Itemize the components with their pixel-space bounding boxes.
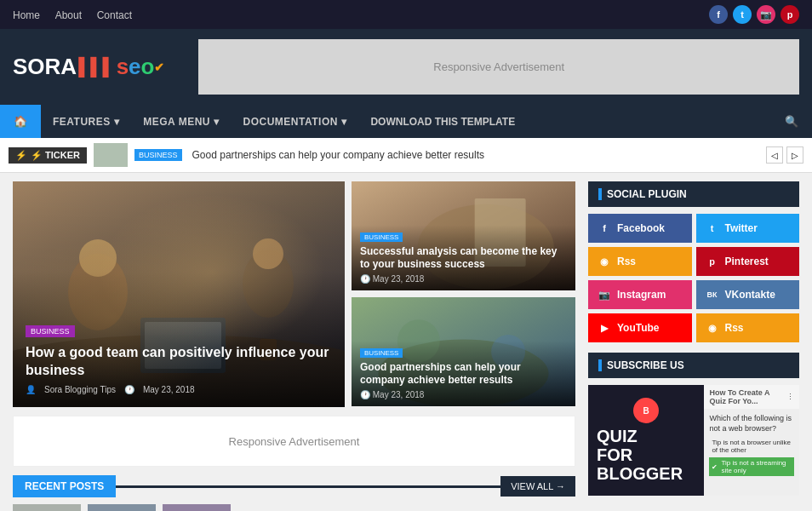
nav-items-list: FEATURES ▾ MEGA MENU ▾ DOCUMENTATION ▾ D… [41,106,771,138]
svg-point-4 [243,250,294,318]
facebook-icon: f [597,221,612,236]
video-big-text: QUIZFORBLOGGER [597,427,695,483]
top-bar: Home About Contact f t 📷 p [0,0,812,29]
rss2-label: Rss [725,322,744,334]
bottom-ad-text: Responsive Advertisement [229,435,360,448]
ticker-thumbnail [94,143,128,167]
recent-thumb-2[interactable] [88,504,156,511]
small-card-1-badge: BUSINESS [360,233,403,242]
header-ad-text: Responsive Advertisement [433,60,564,73]
logo-bars-icon: ▌▌▌ [78,57,115,77]
featured-grid: BUSINESS How a good team can positively … [13,181,575,407]
facebook-social-button[interactable]: f Facebook [588,214,692,243]
pinterest-social-button[interactable]: p Pinterest [696,247,800,276]
checkmark-icon: ✔ [712,463,718,471]
big-card-title: How a good team can positively influence… [26,344,332,380]
nav-home-link[interactable]: Home [13,9,40,21]
ticker-bar: ⚡ ⚡ TICKER BUSINESS Good partnerships ca… [0,138,812,173]
rss2-social-button[interactable]: ◉ Rss [696,313,800,342]
recent-posts-title: RECENT POSTS [13,475,116,497]
big-featured-card[interactable]: BUSINESS How a good team can positively … [13,181,345,407]
rss-label: Rss [617,256,636,267]
rss-icon: ◉ [597,254,612,269]
pinterest-top-icon[interactable]: p [781,5,799,24]
chevron-down-icon: ▾ [341,116,347,128]
small-card-2-title: Good partnerships can help your company … [360,361,567,388]
sidebar: SOCIAL PLUGIN f Facebook t Twitter ◉ Rss… [588,181,799,511]
blogger-logo-icon: B [633,398,659,423]
clock-icon: 🕐 [124,385,134,394]
subscribe-section: SUBSCRIBE US B QUIZFORBLOGGER How To Cre… [588,353,799,496]
facebook-top-icon[interactable]: f [709,5,728,24]
header-ad-banner: Responsive Advertisement [198,39,799,95]
ticker-badge: BUSINESS [134,149,182,161]
nav-features[interactable]: FEATURES ▾ [41,106,131,138]
youtube-icon: ▶ [597,320,612,336]
youtube-social-button[interactable]: ▶ YouTube [588,313,692,342]
video-thumb-right: How To Create A Quiz For Yo... ⋮ Which o… [704,385,799,496]
ticker-label: ⚡ ⚡ TICKER [9,147,87,164]
top-social-icons: f t 📷 p [709,5,799,24]
big-card-date: May 23, 2018 [143,385,195,394]
site-logo: SORA ▌▌▌ seo✔ [13,54,164,80]
small-card-2-content: BUSINESS Good partnerships can help your… [352,338,575,406]
rss-social-button[interactable]: ◉ Rss [588,247,692,276]
ticker-label-text: ⚡ TICKER [31,150,80,161]
top-nav: Home About Contact [13,9,144,21]
big-card-content: BUSINESS How a good team can positively … [13,311,345,407]
ticker-controls: ◁ ▷ [766,146,803,164]
small-card-1[interactable]: BUSINESS Successful analysis can become … [352,181,575,290]
instagram-icon: 📷 [597,287,612,302]
chevron-down-icon: ▾ [114,116,120,128]
twitter-label: Twitter [725,222,758,234]
logo-dot: ✔ [154,60,164,74]
chevron-down-icon: ▾ [214,116,220,128]
logo-e: e [129,54,140,80]
twitter-icon: t [705,221,720,236]
main-nav: 🏠 FEATURES ▾ MEGA MENU ▾ DOCUMENTATION ▾… [0,105,812,138]
nav-documentation[interactable]: DOCUMENTATION ▾ [232,106,359,138]
logo-s: s [117,54,129,80]
vk-icon: ВК [705,287,720,302]
subscribe-video-thumb[interactable]: B QUIZFORBLOGGER How To Create A Quiz Fo… [588,385,799,496]
twitter-social-button[interactable]: t Twitter [696,214,800,243]
recent-posts-thumbs [13,504,575,511]
option-text: Tip is not a browser unlike of the other [712,439,792,454]
twitter-top-icon[interactable]: t [733,5,752,24]
recent-thumb-1[interactable] [13,504,81,511]
nav-home-button[interactable]: 🏠 [0,105,41,138]
small-card-1-date: 🕐 May 23, 2018 [360,274,567,284]
social-plugin-label: SOCIAL PLUGIN [607,188,687,200]
ticker-prev-button[interactable]: ◁ [766,146,783,164]
instagram-label: Instagram [617,289,666,301]
logo-sora-text: SORA [13,54,77,80]
video-header: How To Create A Quiz For Yo... ⋮ [704,385,799,409]
vkontakte-social-button[interactable]: ВК VKontakte [696,280,800,309]
instagram-social-button[interactable]: 📷 Instagram [588,280,692,309]
ticker-text: Good partnerships can help your company … [192,149,759,161]
video-thumb-left: B QUIZFORBLOGGER [588,385,704,496]
subscribe-label: SUBSCRIBE US [607,359,684,371]
video-right-content: Which of the following is not a web brow… [704,409,799,481]
right-cards: BUSINESS Successful analysis can become … [352,181,575,407]
more-icon[interactable]: ⋮ [786,393,794,401]
social-grid: f Facebook t Twitter ◉ Rss p Pinterest 📷… [588,214,799,342]
facebook-label: Facebook [617,222,665,234]
site-header: SORA ▌▌▌ seo✔ Responsive Advertisement [0,29,812,105]
nav-search-button[interactable]: 🔍 [771,105,812,138]
big-card-meta: 👤 Sora Blogging Tips 🕐 May 23, 2018 [26,385,332,394]
video-title-text: How To Create A Quiz For Yo... [709,388,786,405]
nav-mega-menu[interactable]: MEGA MENU ▾ [131,106,231,138]
nav-about-link[interactable]: About [55,9,82,21]
small-card-2-date: 🕐 May 23, 2018 [360,390,567,399]
small-card-2[interactable]: BUSINESS Good partnerships can help your… [352,297,575,406]
big-card-badge: BUSINESS [26,325,75,337]
recent-thumb-3[interactable] [163,504,231,511]
quiz-option-1: Tip is not a browser unlike of the other [709,437,794,456]
ticker-next-button[interactable]: ▷ [786,146,803,164]
big-card-author: Sora Blogging Tips [44,385,116,394]
instagram-top-icon[interactable]: 📷 [757,5,775,24]
view-all-button[interactable]: VIEW ALL → [500,476,575,497]
nav-contact-link[interactable]: Contact [97,9,132,21]
nav-download-template[interactable]: DOWNLOAD THIS TEMPLATE [358,106,527,138]
